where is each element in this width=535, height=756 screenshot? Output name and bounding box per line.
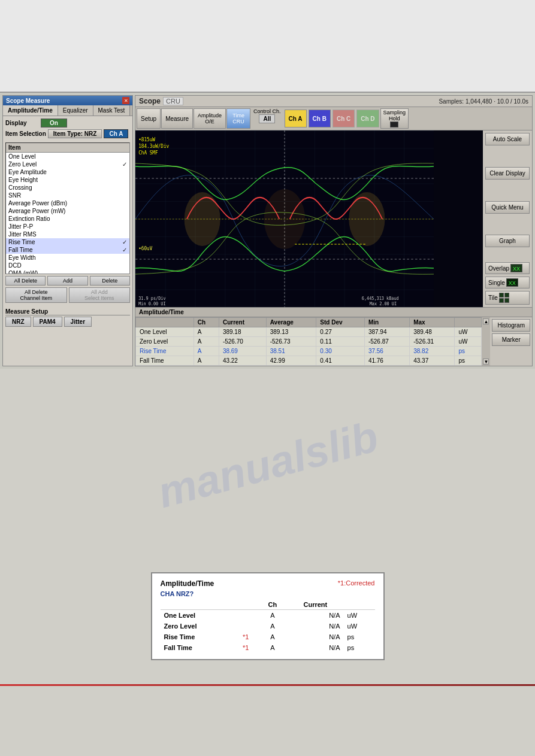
list-item-one-level[interactable]: One Level bbox=[6, 153, 129, 160]
overlap-button[interactable]: Overlap XX bbox=[485, 262, 530, 274]
item-type-button[interactable]: Item Type: NRZ bbox=[48, 129, 102, 138]
meas-row-name: Zero Level bbox=[136, 337, 194, 347]
bi-row-current: N/A bbox=[287, 621, 343, 631]
quick-menu-button[interactable]: Quick Menu bbox=[485, 201, 530, 214]
item-list: Item One Level Zero Level✓ Eye Amplitude… bbox=[5, 142, 130, 274]
clear-display-button[interactable]: Clear Display bbox=[485, 167, 530, 180]
bi-col-ch: Ch bbox=[258, 600, 288, 610]
watermark-text: manualslib bbox=[152, 412, 383, 518]
channel-button[interactable]: Ch A bbox=[104, 129, 128, 138]
col-current: Current bbox=[219, 318, 266, 327]
tile-button[interactable]: Tile bbox=[485, 291, 530, 305]
pam4-button[interactable]: PAM4 bbox=[33, 317, 62, 327]
item-selection-label: Item Selection bbox=[5, 130, 46, 137]
list-item-oma-mw[interactable]: OMA (mW) bbox=[6, 269, 129, 274]
svg-text:184.3uW/Div: 184.3uW/Div bbox=[138, 142, 169, 149]
close-button[interactable]: ✕ bbox=[122, 97, 129, 104]
measure-button[interactable]: Measure bbox=[161, 108, 193, 129]
ch-d-button[interactable]: Ch D bbox=[356, 110, 379, 127]
marker-button[interactable]: Marker bbox=[492, 333, 530, 346]
bi-row-annotation bbox=[234, 610, 258, 621]
scope-measure-panel: Scope Measure ✕ Amplitude/Time Equalizer… bbox=[2, 95, 133, 366]
tab-mask-test[interactable]: Mask Test bbox=[93, 105, 131, 116]
nrz-button[interactable]: NRZ bbox=[5, 317, 31, 327]
bi-row-name: One Level bbox=[161, 610, 234, 621]
bi-row-unit: uW bbox=[344, 610, 375, 621]
single-icon: XX bbox=[506, 278, 518, 287]
all-add-select-button[interactable]: All Add Select Items bbox=[69, 287, 131, 303]
meas-scroll-area: Ch Current Average Std Dev Min Max bbox=[135, 317, 532, 366]
list-item-zero-level[interactable]: Zero Level✓ bbox=[6, 160, 129, 168]
list-item-eye-width[interactable]: Eye Width bbox=[6, 254, 129, 262]
top-area bbox=[0, 0, 535, 93]
list-item-jitter-rms[interactable]: Jitter RMS bbox=[6, 230, 129, 238]
meas-row-stddev: 0.11 bbox=[316, 337, 365, 347]
histogram-button[interactable]: Histogram bbox=[492, 319, 530, 332]
scroll-down-arrow[interactable]: ▼ bbox=[483, 359, 489, 365]
bi-col-annotation bbox=[234, 600, 258, 610]
list-item-crossing[interactable]: Crossing bbox=[6, 184, 129, 192]
graph-button[interactable]: Graph bbox=[485, 235, 530, 247]
meas-row-ch: A bbox=[194, 337, 219, 347]
sampling-hold-button[interactable]: Sampling Hold bbox=[380, 108, 409, 129]
bi-row-unit: ps bbox=[344, 631, 375, 642]
scope-right-panel: Auto Scale Clear Display Quick Menu Grap… bbox=[483, 130, 532, 307]
display-on-button[interactable]: On bbox=[41, 119, 67, 127]
all-delete-channel-button[interactable]: All Delete Channel Item bbox=[5, 287, 67, 303]
meas-row-stddev: 0.41 bbox=[316, 356, 365, 366]
list-item-extinction-ratio[interactable]: Extinction Ratio bbox=[6, 215, 129, 223]
channel-buttons-row: All Delete Channel Item All Add Select I… bbox=[5, 287, 130, 303]
list-item-dcd[interactable]: DCD bbox=[6, 262, 129, 269]
display-section: Display On Item Selection Item Type: NRZ… bbox=[3, 116, 132, 142]
meas-row-min: -526.87 bbox=[364, 337, 409, 347]
scope-measure-title: Scope Measure bbox=[6, 98, 50, 104]
meas-row-max: 38.82 bbox=[410, 347, 455, 356]
meas-row-unit: ps bbox=[455, 356, 482, 366]
list-item-eye-height[interactable]: Eye Height bbox=[6, 176, 129, 184]
auto-scale-button[interactable]: Auto Scale bbox=[485, 133, 530, 145]
all-delete-button[interactable]: All Delete bbox=[5, 276, 46, 286]
sampling-hold-label2: Hold bbox=[389, 116, 400, 122]
scope-measure-titlebar: Scope Measure ✕ bbox=[3, 96, 132, 105]
list-item-rise-time[interactable]: Rise Time✓ bbox=[6, 238, 129, 246]
bi-row-name: Zero Level bbox=[161, 621, 234, 631]
scope-samples: Samples: 1,044,480 · 10.0 / 10.0s bbox=[439, 98, 528, 105]
ch-c-button[interactable]: Ch C bbox=[333, 110, 355, 127]
tab-amplitude-time[interactable]: Amplitude/Time bbox=[3, 105, 58, 116]
list-item-fall-time[interactable]: Fall Time✓ bbox=[6, 246, 129, 254]
scope-waveform-section: •815uW 184.3uW/Div ChA SMF •60uV 31.9 ps… bbox=[135, 130, 532, 307]
list-item-avg-power-dbm[interactable]: Average Power (dBm) bbox=[6, 199, 129, 207]
list-item-eye-amplitude[interactable]: Eye Amplitude bbox=[6, 168, 129, 176]
scope-titlebar: Scope CRU Samples: 1,044,480 · 10.0 / 10… bbox=[135, 96, 532, 107]
setup-button[interactable]: Setup bbox=[137, 108, 161, 129]
meas-row-average: 38.51 bbox=[266, 347, 316, 356]
scope-title: Scope bbox=[139, 97, 161, 105]
meas-row-average: 389.13 bbox=[266, 327, 316, 337]
list-item-snr[interactable]: SNR bbox=[6, 192, 129, 199]
item-selection-row: Item Selection Item Type: NRZ Ch A bbox=[5, 129, 130, 138]
measurements-title: Amplitude/Time bbox=[135, 308, 532, 317]
sampling-hold-label: Sampling bbox=[383, 110, 406, 116]
single-button[interactable]: Single XX bbox=[485, 277, 530, 289]
ch-b-button[interactable]: Ch B bbox=[309, 110, 331, 127]
svg-point-7 bbox=[349, 192, 385, 246]
meas-row-min: 41.76 bbox=[364, 356, 409, 366]
jitter-button[interactable]: Jitter bbox=[64, 317, 92, 327]
scroll-up-arrow[interactable]: ▲ bbox=[483, 318, 489, 324]
table-row: Zero Level A -526.70 -526.73 0.11 -526.8… bbox=[136, 337, 482, 347]
list-item-avg-power-mw[interactable]: Average Power (mW) bbox=[6, 207, 129, 215]
bi-row-one-level: One Level A N/A uW bbox=[161, 610, 375, 621]
item-list-header: Item bbox=[6, 143, 129, 153]
svg-point-8 bbox=[264, 189, 306, 249]
list-item-jitter-pp[interactable]: Jitter P-P bbox=[6, 223, 129, 230]
amplitude-oe-button[interactable]: Amplitude O/E bbox=[194, 108, 226, 129]
bottom-box-corrected: *1:Corrected bbox=[338, 579, 375, 587]
tab-equalizer[interactable]: Equalizer bbox=[58, 105, 93, 116]
time-cru-button[interactable]: Time CRU bbox=[226, 108, 250, 129]
ch-all-button[interactable]: All bbox=[259, 114, 275, 123]
ch-a-button[interactable]: Ch A bbox=[285, 110, 307, 127]
overlap-icon: XX bbox=[510, 264, 522, 272]
add-button[interactable]: Add bbox=[47, 276, 87, 286]
bi-col-unit bbox=[344, 600, 375, 610]
delete-button[interactable]: Delete bbox=[90, 276, 130, 286]
